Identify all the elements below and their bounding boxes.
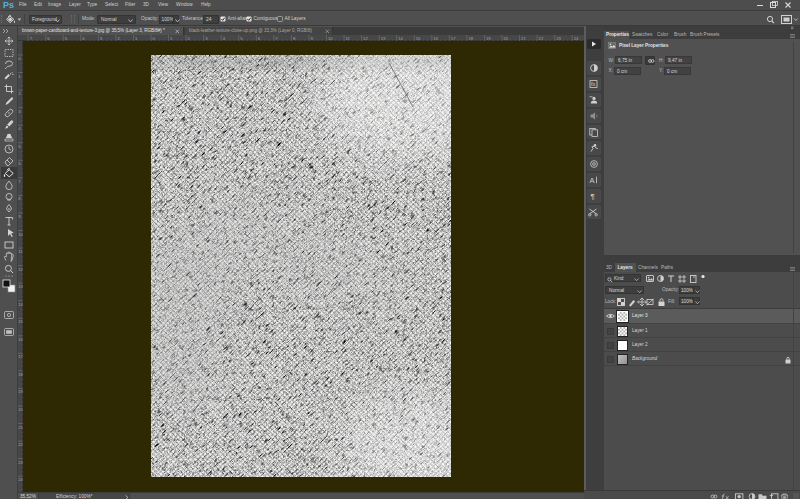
svg-text:5: 5 [18, 144, 21, 149]
svg-text:2: 2 [188, 36, 191, 41]
svg-text:¶: ¶ [591, 192, 595, 201]
svg-text:9: 9 [310, 36, 313, 41]
svg-text:1: 1 [170, 36, 173, 41]
svg-text:0: 0 [18, 56, 21, 61]
svg-text:11: 11 [346, 36, 351, 41]
svg-text:2: 2 [117, 36, 120, 41]
svg-text:9: 9 [18, 214, 21, 219]
svg-text:4: 4 [82, 36, 85, 41]
svg-text:6: 6 [258, 36, 261, 41]
svg-text:7: 7 [275, 36, 278, 41]
svg-text:A: A [590, 176, 595, 185]
svg-text:5: 5 [65, 36, 68, 41]
svg-text:3: 3 [100, 36, 103, 41]
svg-text:1: 1 [135, 36, 138, 41]
svg-text:fx: fx [591, 81, 596, 87]
svg-text:8: 8 [18, 196, 21, 201]
svg-text:7: 7 [18, 179, 21, 184]
svg-text:7: 7 [30, 36, 33, 41]
svg-text:4: 4 [18, 126, 21, 131]
svg-text:5: 5 [240, 36, 243, 41]
svg-text:2: 2 [18, 91, 21, 96]
svg-text:4: 4 [223, 36, 226, 41]
svg-text:3: 3 [205, 36, 208, 41]
svg-text:6: 6 [18, 161, 21, 166]
svg-text:3: 3 [18, 109, 21, 114]
svg-text:1: 1 [18, 74, 21, 79]
svg-text:0: 0 [153, 36, 156, 41]
svg-text:8: 8 [293, 36, 296, 41]
svg-text:6: 6 [47, 36, 50, 41]
